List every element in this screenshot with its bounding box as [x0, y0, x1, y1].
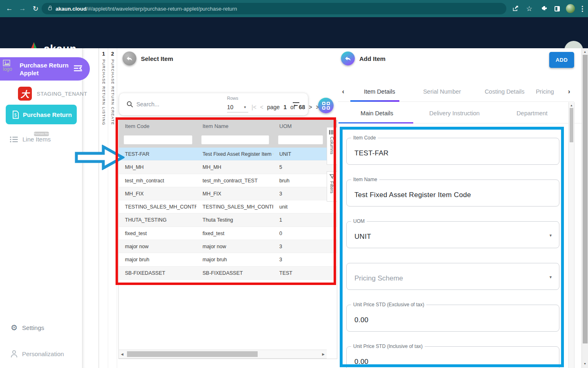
- subtab-delivery-instruction[interactable]: Delivery Instruction: [416, 110, 493, 117]
- filter-item-name-input[interactable]: [201, 135, 269, 144]
- table-cell: SB-FIXEDASSET: [119, 267, 196, 279]
- scroll-up-icon[interactable]: ▲: [582, 50, 588, 53]
- grid-icon: [322, 102, 330, 110]
- tab-pricing[interactable]: Pricing: [536, 88, 564, 95]
- scrollbar-thumb[interactable]: [127, 351, 258, 357]
- rows-caret-icon[interactable]: ▼: [243, 105, 247, 109]
- add-button[interactable]: ADD: [549, 52, 574, 68]
- personalization-label: Personalization: [22, 350, 64, 357]
- columns-button[interactable]: Columns: [327, 127, 337, 165]
- field-value: 0.00: [354, 358, 368, 366]
- tab-purchase-return-listing[interactable]: 1 PURCHASE RETURN LISTING: [99, 48, 108, 368]
- tab-costing-details[interactable]: Costing Details: [473, 88, 536, 95]
- table-row[interactable]: test_mh_contracttest_mh_contract_TESTbru…: [119, 174, 337, 187]
- applet-banner[interactable]: logo Purchase Return Applet: [0, 57, 90, 81]
- field-item-name[interactable]: Item NameTest Fixed Asset Register Item …: [346, 180, 559, 206]
- tabs-scroll-right-icon[interactable]: ›: [564, 88, 574, 95]
- browser-menu-dots-icon[interactable]: ⋮: [577, 0, 587, 17]
- scrollbar-thumb[interactable]: [583, 55, 588, 343]
- sidebar-item-purchase-return[interactable]: $ Purchase Return: [6, 105, 77, 124]
- side-panel-icon[interactable]: [552, 0, 562, 17]
- tenant-glyph: 大: [21, 88, 29, 100]
- col-uom[interactable]: UOM: [273, 120, 327, 132]
- active-subtab-underline: [339, 122, 413, 124]
- field-value: UNIT: [354, 233, 371, 241]
- grid-view-button[interactable]: [318, 98, 334, 113]
- collapse-sidebar-icon[interactable]: [74, 64, 82, 74]
- subtab-department[interactable]: Department: [493, 110, 571, 117]
- filters-label: Filters: [330, 181, 334, 193]
- tabs-scroll-left-icon[interactable]: ‹: [338, 88, 348, 95]
- item-form: Item CodeTEST-FARItem NameTest Fixed Ass…: [346, 138, 559, 368]
- sidebar-item-personalization[interactable]: Personalization: [11, 350, 64, 358]
- url-bar[interactable]: akaun.cloud/#/applet/tnt/wavelet/erp/pur…: [42, 3, 506, 14]
- page-prev-icon[interactable]: <: [260, 104, 263, 110]
- field-label: Unit Price STD (Exclusive of tax): [351, 302, 426, 307]
- table-row[interactable]: major nowmajor now3: [119, 240, 337, 253]
- filter-uom-input[interactable]: [278, 135, 323, 144]
- table-cell: major now: [119, 240, 196, 253]
- field-item-code[interactable]: Item CodeTEST-FAR: [346, 138, 559, 165]
- vertical-tab-strip: 1 PURCHASE RETURN LISTING 2 PURCHASE RET…: [99, 48, 118, 368]
- browser-refresh-icon[interactable]: ↻: [30, 0, 41, 17]
- form-scrollbar[interactable]: ▲: [568, 102, 575, 368]
- field-label: Item Name: [351, 177, 379, 182]
- back-button[interactable]: [341, 52, 355, 65]
- scroll-up-icon[interactable]: ▲: [569, 104, 574, 107]
- scroll-right-icon[interactable]: ▶: [322, 352, 325, 356]
- table-row[interactable]: MH_FIXMH_FIX3: [119, 187, 337, 200]
- share-icon[interactable]: [510, 0, 520, 17]
- dropdown-caret-icon[interactable]: ▼: [549, 275, 552, 279]
- back-button[interactable]: [122, 52, 136, 65]
- table-cell: 3: [273, 240, 327, 253]
- page-next-icon[interactable]: >: [309, 104, 312, 110]
- field-unit-price-std-exclusive-of-tax[interactable]: Unit Price STD (Exclusive of tax)0.00: [346, 305, 559, 332]
- horizontal-scrollbar[interactable]: ◀ ▶: [119, 350, 327, 359]
- col-item-name[interactable]: Item Name: [196, 120, 273, 132]
- table-row[interactable]: THUTA_TESTINGThuta Testing1: [119, 213, 337, 227]
- field-pricing-scheme[interactable]: Pricing Scheme▼: [346, 263, 559, 290]
- sidebar-item-line-items[interactable]: Line Items: [10, 136, 51, 143]
- subtab-main-details[interactable]: Main Details: [338, 110, 416, 117]
- browser-forward-icon[interactable]: →: [17, 0, 28, 17]
- filter-item-code-input[interactable]: [124, 135, 192, 144]
- page-word: page: [267, 104, 280, 110]
- table-cell: 0: [273, 227, 327, 240]
- col-item-code[interactable]: Item Code: [119, 120, 196, 132]
- page-first-icon[interactable]: |<: [252, 104, 256, 110]
- table-row[interactable]: TEST-FARTest Fixed Asset Register Item C…: [119, 148, 337, 161]
- browser-chrome: ← → ↻ akaun.cloud/#/applet/tnt/wavelet/e…: [0, 0, 588, 17]
- table-cell: UNIT: [273, 148, 327, 160]
- tenant-icon[interactable]: 大: [18, 87, 32, 101]
- field-value: TEST-FAR: [354, 149, 389, 157]
- page-scrollbar[interactable]: ▲ ▼: [581, 48, 588, 368]
- url-path: /#/applet/tnt/wavelet/erp/purchase-retur…: [87, 6, 237, 12]
- pagination: |< < page 1 of 68 > >|: [252, 104, 321, 110]
- table-cell: MH_MH: [196, 161, 273, 173]
- table-cell: THUTA_TESTING: [119, 213, 196, 226]
- browser-profile-avatar[interactable]: [566, 4, 575, 13]
- table-cell: major bruh: [119, 253, 196, 266]
- sidebar-item-settings[interactable]: ⚙ Settings: [11, 324, 44, 332]
- scroll-left-icon[interactable]: ◀: [121, 352, 123, 356]
- table-row[interactable]: MH_MHMH_MH5: [119, 161, 337, 174]
- table-cell: 5: [273, 161, 327, 173]
- table-row[interactable]: fixed_testfixed_test0: [119, 227, 337, 240]
- table-row[interactable]: TESTING_SALES_MH_CONTRACTTESTING_SALES_M…: [119, 200, 337, 213]
- tab-serial-number[interactable]: Serial Number: [411, 88, 473, 95]
- bookmark-star-icon[interactable]: ☆: [524, 0, 534, 17]
- field-unit-price-std-inclusive-of-tax[interactable]: Unit Price STD (Inclusive of tax)0.00: [346, 346, 559, 368]
- dropdown-caret-icon[interactable]: ▼: [549, 233, 552, 238]
- table-row[interactable]: SB-FIXEDASSETSB-FIXEDASSETTEST: [119, 267, 337, 280]
- annotation-arrow: [75, 145, 125, 170]
- line-items-label: Line Items: [22, 136, 51, 143]
- browser-back-icon[interactable]: ←: [4, 0, 15, 17]
- table-row[interactable]: major bruhmajor bruh3: [119, 253, 337, 266]
- field-uom[interactable]: UOMUNIT▼: [346, 221, 559, 248]
- extensions-puzzle-icon[interactable]: [540, 0, 549, 17]
- filters-button[interactable]: Filters: [327, 171, 337, 202]
- tab-purchase-return-create[interactable]: 2 PURCHASE RETURN CREATE: [108, 48, 117, 368]
- tab-item-details[interactable]: Item Details: [348, 88, 411, 95]
- scroll-down-icon[interactable]: ▼: [582, 362, 588, 365]
- scrollbar-thumb[interactable]: [570, 108, 573, 142]
